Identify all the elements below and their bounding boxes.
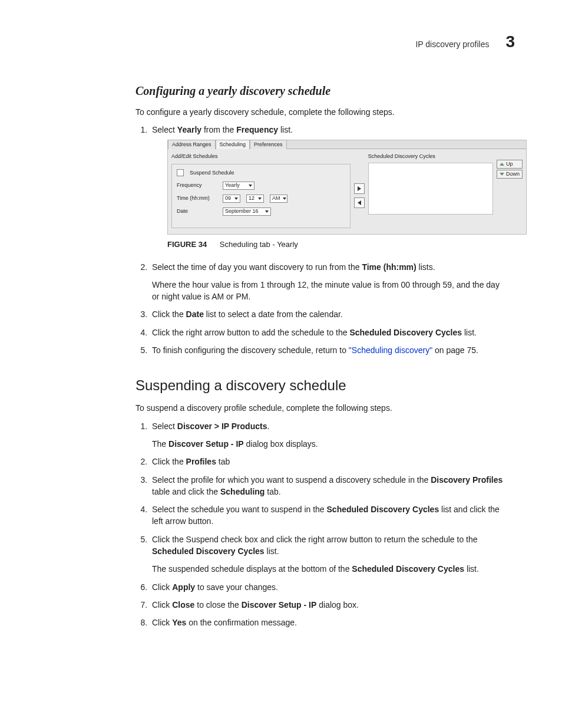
s2-step1: Select Discover > IP Products. The Disco… — [150, 420, 509, 450]
tab-scheduling[interactable]: Scheduling — [216, 140, 250, 149]
frequency-combo[interactable]: Yearly — [223, 182, 254, 190]
s1-step2: Select the time of day you want discover… — [150, 261, 509, 303]
date-select[interactable]: September 16 — [223, 207, 271, 216]
section1-title: Configuring a yearly discovery schedule — [135, 84, 509, 98]
suspend-checkbox[interactable] — [177, 169, 184, 176]
content: Configuring a yearly discovery schedule … — [135, 84, 509, 628]
section2-steps: Select Discover > IP Products. The Disco… — [135, 420, 509, 629]
frequency-label: Frequency — [177, 182, 217, 189]
scheduling-discovery-link[interactable]: "Scheduling discovery" — [349, 345, 432, 355]
arrow-left-icon — [358, 200, 361, 205]
chevron-down-icon — [234, 197, 238, 200]
remove-left-button[interactable] — [354, 197, 365, 208]
left-pane: Suspend Schedule Frequency Yearly — [171, 164, 351, 228]
ui-mid — [354, 153, 365, 228]
chevron-down-icon — [258, 197, 262, 200]
add-right-button[interactable] — [354, 183, 365, 194]
arrow-up-icon — [500, 163, 504, 166]
section2-intro: To suspend a discovery profile schedule,… — [135, 402, 509, 414]
chapter-number: 3 — [505, 32, 515, 51]
tabs-row: Address Ranges Scheduling Preferences — [168, 140, 526, 149]
left-title: Add/Edit Schedules — [171, 153, 351, 160]
page: IP discovery profiles 3 Configuring a ye… — [0, 0, 562, 728]
figure-34: Address Ranges Scheduling Preferences Ad… — [167, 140, 509, 235]
ui-screenshot: Address Ranges Scheduling Preferences Ad… — [167, 140, 527, 235]
tab-address-ranges[interactable]: Address Ranges — [168, 140, 216, 149]
arrow-down-icon — [500, 173, 504, 176]
minute-select[interactable]: 12 — [246, 195, 264, 203]
figure-caption: FIGURE 34 Scheduling tab - Yearly — [167, 239, 509, 251]
s2-step1-note: The Discover Setup - IP dialog box displ… — [152, 438, 509, 450]
s2-step5: Click the Suspend check box and click th… — [150, 533, 509, 575]
s1-step4: Click the right arrow button to add the … — [150, 327, 509, 338]
section1-intro: To configure a yearly discovery schedule… — [135, 106, 509, 118]
s1-step5: To finish configuring the discovery sche… — [150, 344, 509, 356]
suspend-label: Suspend Schedule — [190, 169, 234, 177]
s1-step3: Click the Date list to select a date fro… — [150, 308, 509, 320]
s2-step5-note: The suspended schedule displays at the b… — [152, 563, 509, 575]
ampm-select[interactable]: AM — [270, 195, 287, 203]
up-button[interactable]: Up — [497, 160, 523, 169]
right-title: Scheduled Discovery Cycles — [368, 153, 493, 160]
s2-step8: Click Yes on the confirmation message. — [150, 617, 509, 628]
s2-step2: Click the Profiles tab — [150, 456, 509, 467]
ui-right-main: Scheduled Discovery Cycles — [368, 153, 493, 228]
section1-steps: Select Yearly from the Frequency list. A… — [135, 124, 509, 356]
cycles-listbox[interactable] — [368, 163, 493, 215]
suspend-row: Suspend Schedule — [177, 169, 345, 177]
s2-step3: Select the profile for which you want to… — [150, 474, 509, 498]
s1-step2-note: Where the hour value is from 1 through 1… — [152, 279, 509, 303]
arrow-right-icon — [358, 186, 361, 191]
hour-select[interactable]: 09 — [223, 195, 240, 203]
ui-body: Add/Edit Schedules Suspend Schedule Freq… — [168, 149, 526, 234]
frequency-row: Frequency Yearly — [177, 182, 345, 190]
s2-step7: Click Close to close the Discover Setup … — [150, 599, 509, 611]
chevron-down-icon — [249, 185, 252, 187]
tab-preferences[interactable]: Preferences — [250, 140, 287, 149]
chevron-down-icon — [265, 210, 269, 213]
section2-title: Suspending a discovery schedule — [135, 377, 509, 394]
chevron-down-icon — [283, 197, 286, 200]
ui-right: Scheduled Discovery Cycles Up Down — [368, 153, 523, 228]
s2-step4: Select the schedule you want to suspend … — [150, 503, 509, 528]
date-row: Date September 16 — [177, 207, 345, 216]
header-text: IP discovery profiles — [415, 39, 489, 49]
time-row: Time (hh:mm) 09 12 AM — [177, 195, 345, 203]
time-label: Time (hh:mm) — [177, 195, 217, 202]
down-button[interactable]: Down — [497, 170, 523, 179]
updown-col: Up Down — [497, 153, 523, 228]
page-header: IP discovery profiles 3 — [47, 32, 515, 51]
date-label: Date — [177, 207, 217, 215]
s2-step6: Click Apply to save your changes. — [150, 581, 509, 593]
s1-step1: Select Yearly from the Frequency list. A… — [150, 124, 509, 250]
ui-left: Add/Edit Schedules Suspend Schedule Freq… — [171, 153, 351, 228]
